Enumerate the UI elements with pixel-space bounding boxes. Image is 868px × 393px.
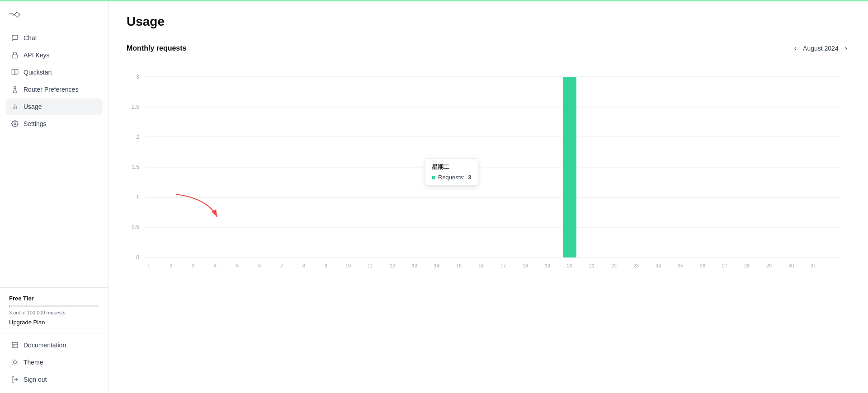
- svg-text:24: 24: [656, 263, 661, 268]
- svg-text:9: 9: [325, 263, 327, 268]
- progress-bar-fill: [9, 305, 9, 307]
- sidebar-item-chat-label: Chat: [24, 34, 37, 42]
- svg-text:2.5: 2.5: [132, 104, 139, 110]
- chat-icon: [11, 34, 19, 42]
- svg-rect-0: [12, 55, 18, 58]
- key-icon: [11, 51, 19, 59]
- sidebar-bottom: Documentation Theme Sign out: [0, 333, 108, 393]
- svg-text:14: 14: [434, 263, 439, 268]
- sidebar-item-sign-out-label: Sign out: [24, 376, 47, 383]
- svg-text:1: 1: [136, 194, 139, 201]
- sidebar-item-quickstart[interactable]: Quickstart: [5, 64, 103, 80]
- logo: ¬◇: [0, 0, 108, 26]
- svg-rect-6: [12, 342, 18, 348]
- svg-text:16: 16: [478, 263, 484, 268]
- svg-text:8: 8: [302, 263, 305, 268]
- sidebar-item-documentation-label: Documentation: [24, 342, 66, 349]
- progress-bar: [9, 305, 99, 307]
- svg-text:0: 0: [136, 254, 139, 261]
- chart-header: Monthly requests ‹ August 2024 ›: [127, 43, 850, 53]
- doc-icon: [11, 341, 19, 349]
- next-month-button[interactable]: ›: [842, 43, 850, 53]
- svg-text:11: 11: [368, 263, 373, 268]
- svg-text:7: 7: [280, 263, 283, 268]
- svg-text:20: 20: [567, 263, 572, 268]
- svg-text:2: 2: [136, 134, 139, 140]
- svg-text:23: 23: [633, 263, 639, 268]
- sidebar-item-settings-label: Settings: [24, 120, 47, 127]
- svg-line-12: [13, 360, 13, 360]
- sidebar-item-usage[interactable]: Usage: [5, 98, 103, 115]
- svg-line-17: [17, 360, 17, 360]
- svg-text:1: 1: [147, 263, 150, 268]
- svg-text:29: 29: [766, 263, 772, 268]
- sidebar-item-documentation[interactable]: Documentation: [5, 337, 103, 353]
- sidebar-item-chat[interactable]: Chat: [5, 30, 103, 46]
- svg-text:15: 15: [456, 263, 462, 268]
- free-tier-count: 3 out of 100,000 requests: [9, 310, 99, 315]
- sidebar-item-api-keys-label: API Keys: [24, 51, 50, 59]
- sidebar-item-theme[interactable]: Theme: [5, 354, 103, 370]
- svg-text:21: 21: [589, 263, 594, 268]
- svg-text:5: 5: [236, 263, 239, 268]
- svg-text:19: 19: [545, 263, 550, 268]
- svg-text:17: 17: [500, 263, 506, 268]
- svg-text:1.5: 1.5: [132, 164, 139, 170]
- main-content: Usage Monthly requests ‹ August 2024 › 3…: [108, 0, 868, 393]
- svg-text:31: 31: [811, 263, 816, 268]
- svg-text:28: 28: [744, 263, 750, 268]
- svg-text:13: 13: [412, 263, 417, 268]
- page-title: Usage: [127, 14, 850, 29]
- svg-point-5: [14, 123, 16, 125]
- sidebar-item-router-preferences-label: Router Preferences: [24, 86, 78, 93]
- logo-icon: ¬◇: [9, 9, 20, 19]
- flask-icon: [11, 85, 19, 94]
- svg-point-9: [14, 361, 17, 364]
- month-label: August 2024: [803, 45, 839, 52]
- chart-container: 3 2.5 2 1.5 1 0.5 0 1 2 3 4 5: [127, 59, 850, 285]
- top-bar: [0, 0, 868, 1]
- sidebar-item-settings[interactable]: Settings: [5, 116, 103, 132]
- svg-text:25: 25: [678, 263, 683, 268]
- svg-line-13: [17, 364, 17, 365]
- svg-text:27: 27: [722, 263, 727, 268]
- svg-line-16: [13, 364, 13, 365]
- svg-text:18: 18: [523, 263, 528, 268]
- svg-text:4: 4: [214, 263, 217, 268]
- chart-title: Monthly requests: [127, 44, 186, 52]
- svg-text:6: 6: [258, 263, 261, 268]
- sidebar-item-theme-label: Theme: [24, 359, 43, 366]
- logout-icon: [11, 375, 19, 384]
- sidebar-item-sign-out[interactable]: Sign out: [5, 371, 103, 388]
- svg-text:10: 10: [345, 263, 351, 268]
- gear-icon: [11, 120, 19, 128]
- sidebar-item-api-keys[interactable]: API Keys: [5, 47, 103, 63]
- svg-text:3: 3: [192, 263, 194, 268]
- svg-text:12: 12: [390, 263, 395, 268]
- prev-month-button[interactable]: ‹: [792, 43, 799, 53]
- month-nav: ‹ August 2024 ›: [792, 43, 850, 53]
- sidebar-item-router-preferences[interactable]: Router Preferences: [5, 81, 103, 98]
- svg-text:26: 26: [700, 263, 705, 268]
- sidebar: ¬◇ Chat API Keys Quickstart: [0, 0, 108, 393]
- sun-icon: [11, 358, 19, 366]
- svg-text:2: 2: [170, 263, 172, 268]
- svg-text:22: 22: [611, 263, 617, 268]
- sidebar-item-quickstart-label: Quickstart: [24, 69, 52, 76]
- upgrade-plan-link[interactable]: Upgrade Plan: [9, 319, 99, 326]
- bar-chart-icon: [11, 103, 19, 111]
- free-tier-label: Free Tier: [9, 295, 99, 302]
- svg-text:0.5: 0.5: [132, 224, 139, 230]
- sidebar-item-usage-label: Usage: [24, 103, 42, 110]
- svg-text:3: 3: [136, 74, 139, 80]
- free-tier-section: Free Tier 3 out of 100,000 requests Upgr…: [0, 287, 108, 333]
- sidebar-nav: Chat API Keys Quickstart Router Preferen…: [0, 26, 108, 287]
- chart-svg: 3 2.5 2 1.5 1 0.5 0 1 2 3 4 5: [127, 59, 850, 285]
- book-icon: [11, 68, 19, 76]
- svg-text:30: 30: [788, 263, 794, 268]
